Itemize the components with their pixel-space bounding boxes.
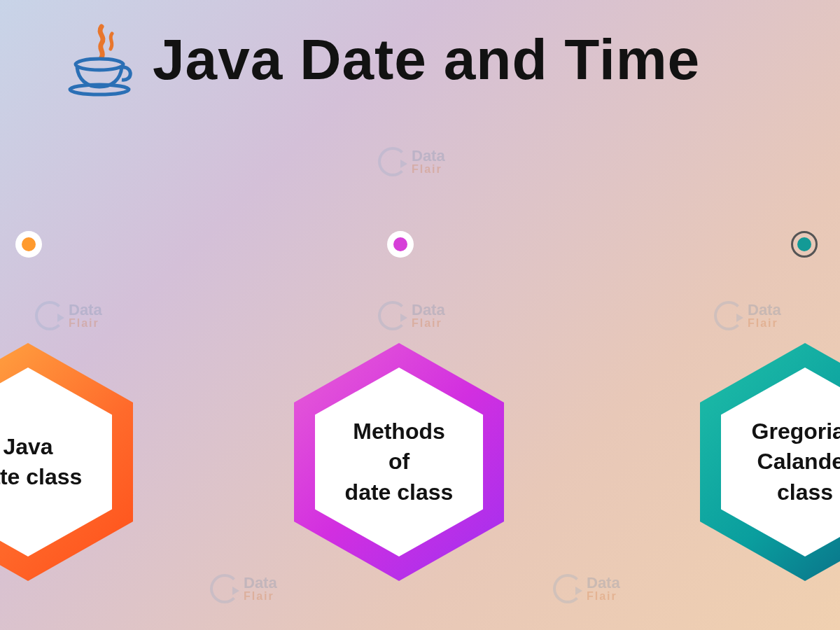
dot-inner	[22, 237, 36, 251]
watermark: Data Flair	[378, 147, 445, 176]
hexagon-label: Gregorian Calander class	[752, 416, 840, 507]
hexagon-methods-of-date-class: Methods of date class	[294, 343, 504, 581]
hexagon-java-date-class: Java date class	[0, 343, 133, 581]
bullet-dot-magenta	[387, 231, 414, 258]
watermark: Data Flair	[714, 301, 781, 330]
hexagon-label: Java date class	[0, 432, 82, 492]
bullet-dot-teal	[791, 231, 818, 258]
java-logo-icon	[63, 21, 140, 98]
svg-point-1	[70, 85, 129, 94]
header: Java Date and Time	[0, 0, 840, 98]
dot-ring	[791, 231, 818, 258]
bullet-dot-orange	[15, 231, 42, 258]
page-title: Java Date and Time	[153, 27, 700, 92]
svg-point-0	[76, 59, 123, 70]
hexagon-row: Java date class Methods of date class Gr…	[0, 343, 840, 581]
dot-inner	[797, 237, 811, 251]
watermark: Data Flair	[35, 301, 102, 330]
watermark: Data Flair	[378, 301, 445, 330]
hexagon-gregorian-calendar-class: Gregorian Calander class	[700, 343, 840, 581]
dot-inner	[393, 237, 407, 251]
hexagon-label: Methods of date class	[345, 416, 454, 507]
